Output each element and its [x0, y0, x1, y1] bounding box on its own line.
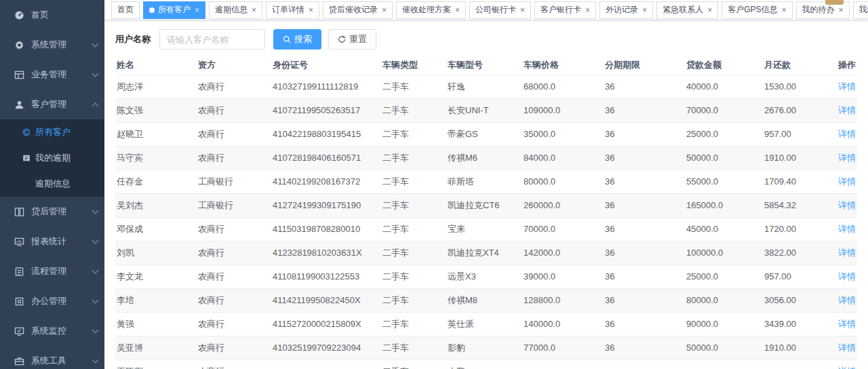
close-icon[interactable]: × [839, 6, 844, 14]
detail-link[interactable]: 详情 [838, 271, 856, 281]
cell-monthly-payment: 957.00 [763, 122, 821, 146]
monitor-icon [14, 326, 24, 336]
chevron-down-icon [92, 297, 99, 304]
view-tab[interactable]: 贷后催收记录 × [323, 1, 393, 19]
sidebar-item-system-mgmt[interactable]: 系统管理 [0, 30, 104, 60]
tab-label: 订单详情 [272, 4, 304, 16]
view-tab[interactable]: 客户银行卡 × [534, 1, 596, 19]
detail-link[interactable]: 详情 [838, 295, 856, 305]
cell-vehicle-model: 传祺M8 [446, 288, 522, 312]
close-icon[interactable]: × [781, 6, 786, 14]
cell-term: 36 [604, 336, 685, 360]
sidebar-item-my-overdue[interactable]: 我的逾期 [0, 145, 104, 171]
detail-link[interactable]: 详情 [838, 129, 856, 139]
cell-vehicle-type: 二手车 [381, 75, 446, 98]
tab-label: 客户GPS信息 [728, 4, 777, 16]
view-tab[interactable]: 外访记录 × [599, 1, 653, 19]
cell-loan-amount: 50000.0 [685, 336, 763, 360]
col-header-monthly-payment: 月还款 [763, 56, 821, 75]
tab-label: 紧急联系人 [663, 4, 703, 16]
sidebar-item-all-customers[interactable]: 所有客户 [0, 119, 104, 145]
sidebar-item-process-mgmt[interactable]: 流程管理 [0, 256, 104, 286]
cell-monthly-payment: 1709.40 [763, 170, 821, 193]
close-icon[interactable]: × [195, 6, 199, 14]
table-row: 陈文强 农商行 410721199505263517 二手车 长安UNI-T 1… [115, 98, 857, 122]
detail-link[interactable]: 详情 [838, 343, 856, 353]
table-row: 李培 农商行 41142119950822450X 二手车 传祺M8 12880… [115, 288, 857, 312]
view-tab[interactable]: 公司银行卡 × [469, 1, 531, 19]
cell-term: 36 [604, 146, 685, 170]
view-tab[interactable]: 客户GPS信息 × [722, 1, 792, 19]
reset-button[interactable]: 重置 [328, 29, 376, 50]
refresh-icon [338, 35, 346, 43]
cell-funder: 农商行 [197, 265, 271, 288]
cell-loan-amount: 165000.0 [685, 193, 763, 217]
cell-vehicle-type: 二手车 [381, 122, 446, 146]
avatar[interactable] [825, 0, 844, 5]
sidebar-item-label: 所有客户 [35, 126, 71, 138]
cell-id-number: 410325199709223094 [271, 336, 381, 360]
cell-loan-amount: 90000.0 [685, 312, 763, 336]
office-icon [14, 296, 24, 307]
close-icon[interactable]: × [520, 6, 525, 14]
customer-name-input[interactable] [159, 29, 265, 50]
sidebar-item-home[interactable]: 首页 [0, 0, 104, 30]
grid-icon [14, 69, 24, 80]
search-button[interactable]: 搜索 [273, 29, 321, 50]
cell-id-number: 41232819810203631X [271, 241, 381, 265]
cell-loan-amount: 25000.0 [685, 122, 763, 146]
view-tab[interactable]: 逾期信息 × [209, 1, 262, 19]
close-icon[interactable]: × [642, 6, 647, 14]
sidebar-item-report-stats[interactable]: 报表统计 [0, 227, 104, 256]
close-icon[interactable]: × [455, 6, 460, 14]
detail-link[interactable]: 详情 [838, 105, 856, 115]
detail-link[interactable]: 详情 [838, 224, 856, 234]
cell-term [604, 360, 685, 369]
cell-funder: 农商行 [197, 146, 271, 170]
detail-link[interactable]: 详情 [838, 153, 856, 163]
sidebar-item-system-tools[interactable]: 系统工具 [0, 346, 104, 369]
tab-label: 客户银行卡 [540, 4, 581, 16]
detail-link[interactable]: 详情 [838, 200, 856, 210]
detail-link[interactable]: 详情 [838, 366, 856, 369]
sidebar-item-office-mgmt[interactable]: 办公管理 [0, 286, 104, 316]
sidebar-item-label: 贷后管理 [31, 206, 66, 218]
cell-vehicle-model: 英仕派 [446, 312, 522, 336]
table-row: 赵晓卫 农商行 410422198803195415 二手车 帝豪GS 3500… [115, 122, 857, 146]
cell-loan-amount: 70000.0 [685, 98, 763, 122]
cell-id-number [271, 360, 381, 369]
close-icon[interactable]: × [309, 6, 313, 14]
cell-monthly-payment: 1910.00 [763, 336, 821, 360]
view-tab[interactable]: 首页 [111, 1, 140, 19]
close-icon[interactable]: × [585, 6, 590, 14]
cell-vehicle-type: 二手车 [381, 146, 446, 170]
cell-id-number: 410327199111112819 [271, 75, 381, 98]
close-icon[interactable]: × [382, 6, 387, 14]
detail-link[interactable]: 详情 [838, 319, 856, 329]
cell-vehicle-price: 128800.0 [522, 288, 604, 312]
sidebar-item-system-monitor[interactable]: 系统监控 [0, 316, 104, 346]
cell-vehicle-model: 传祺M6 [446, 146, 522, 170]
cell-vehicle-price: 140000.0 [522, 312, 604, 336]
close-icon[interactable]: × [252, 6, 256, 14]
sidebar-item-overdue-info[interactable]: 逾期信息 [0, 171, 104, 197]
detail-link[interactable]: 详情 [838, 248, 856, 258]
close-icon[interactable]: × [707, 6, 712, 14]
chevron-down-icon [92, 357, 99, 364]
chevron-down-icon [92, 41, 99, 47]
detail-link[interactable]: 详情 [838, 81, 856, 92]
sidebar-item-customer-mgmt[interactable]: 客户管理 [0, 90, 104, 119]
sidebar-item-postloan-mgmt[interactable]: 贷后管理 [0, 197, 104, 227]
cell-vehicle-type: 二手车 [381, 98, 446, 122]
view-tab[interactable]: 紧急联系人 × [656, 1, 718, 19]
tab-label: 公司银行卡 [475, 4, 516, 16]
cell-vehicle-price: 260000.0 [522, 193, 604, 217]
view-tab[interactable]: 我的流程 × [853, 1, 868, 19]
sidebar-item-label: 客户管理 [31, 98, 66, 111]
table-row: 刘凯 农商行 41232819810203631X 二手车 凯迪拉克XT4 14… [115, 241, 857, 265]
view-tab[interactable]: 订单详情 × [266, 1, 319, 19]
view-tab[interactable]: 催收处理方案 × [396, 1, 466, 19]
sidebar-item-business-mgmt[interactable]: 业务管理 [0, 60, 104, 90]
detail-link[interactable]: 详情 [838, 176, 856, 187]
view-tab[interactable]: 所有客户 × [143, 1, 205, 19]
